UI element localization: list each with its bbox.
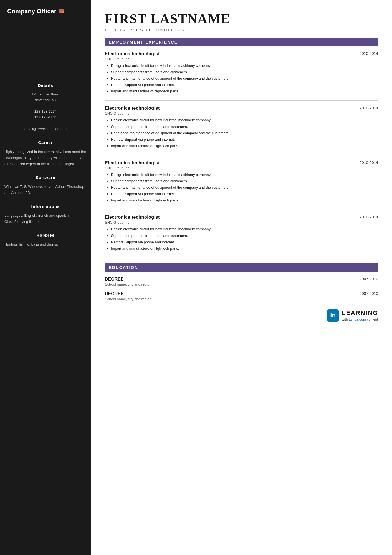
job-bullet: Design electronic circuit for new indust… [111, 226, 378, 232]
resume-name: First Lastname [105, 11, 378, 26]
job-title: Electronics technologist [105, 106, 160, 111]
job-block: Electronics technologist 2010-2014 SNC G… [105, 160, 378, 203]
job-bullet: Remote Support via phone and internet. [111, 137, 378, 143]
job-bullet: Remote Support via phone and internet. [111, 239, 378, 245]
employment-section-header: Employment Experience [105, 38, 378, 46]
job-block: Electronics technologist 2010-2014 SNC G… [105, 215, 378, 251]
job-block: Electronics technologist 2010-2014 SNC G… [105, 51, 378, 94]
page-wrapper: Company Officer Details 123 on the Stree… [0, 0, 392, 555]
job-years: 2010-2014 [360, 51, 378, 56]
software-text: Windows 7, 8, Windows server, Adobe Phot… [4, 184, 87, 196]
sidebar-top: Company Officer [0, 0, 91, 78]
job-bullet: Design electronic circuit for new indust… [111, 63, 378, 69]
job-bullets: Design electronic circuit for new indust… [105, 226, 378, 251]
job-company: SNC Group Inc. [105, 166, 378, 170]
sidebar-informations-section: Informations Languages: English, french … [0, 199, 91, 228]
job-divider [105, 100, 378, 101]
job-bullet: Import and manufacture of high-tech part… [111, 246, 378, 252]
job-bullet: Repair and maintenance of equipment of t… [111, 130, 378, 136]
resume-job-title: Electronics Technologist [105, 27, 378, 32]
job-company: SNC Group Inc. [105, 57, 378, 61]
degree-header: DEGREE 2007-2010 [105, 291, 378, 296]
job-header: Electronics technologist 2010-2014 [105, 215, 378, 220]
degree-school: School name, city and region. [105, 297, 378, 301]
main-content: First Lastname Electronics Technologist … [91, 0, 392, 555]
degree-years: 2007-2010 [360, 291, 378, 296]
job-bullets: Design electronic circuit for new indust… [105, 172, 378, 203]
job-company: SNC Group Inc. [105, 111, 378, 115]
job-bullet: Design electronic circuit for new indust… [111, 117, 378, 123]
degree-title: DEGREE [105, 277, 124, 282]
job-title: Electronics technologist [105, 51, 160, 56]
degrees-container: DEGREE 2007-2010 School name, city and r… [105, 277, 378, 301]
job-title: Electronics technologist [105, 160, 160, 165]
job-bullet: Remote Support via phone and internet. [111, 82, 378, 88]
linkedin-icon: in [327, 309, 339, 322]
job-header: Electronics technologist 2010-2014 [105, 160, 378, 165]
degree-header: DEGREE 2007-2010 [105, 277, 378, 282]
section-divider [105, 258, 378, 258]
details-address: 123 on the Street New York, NY 123-123-1… [4, 92, 87, 132]
job-bullet: Import and manufacture of high-tech part… [111, 197, 378, 203]
job-bullet: Design electronic circuit for new indust… [111, 172, 378, 178]
job-bullet: Support components from users and custom… [111, 124, 378, 130]
company-officer-label: Company Officer [4, 6, 87, 16]
job-years: 2010-2014 [360, 106, 378, 110]
linkedin-text: Learning with Lynda.com content [342, 309, 378, 322]
job-bullet: Support components from users and custom… [111, 178, 378, 184]
company-officer-icon [59, 9, 64, 13]
job-bullets: Design electronic circuit for new indust… [105, 117, 378, 149]
job-bullet: Import and manufacture of high-tech part… [111, 88, 378, 94]
informations-title: Informations [4, 202, 87, 210]
sidebar-hobbies-section: Hobbies Hunting, fishing, bass and drums… [0, 228, 91, 250]
job-bullet: Import and manufacture of high-tech part… [111, 143, 378, 149]
details-title: Details [4, 81, 87, 89]
degree-title: DEGREE [105, 291, 124, 296]
job-header: Electronics technologist 2010-2014 [105, 106, 378, 111]
job-divider [105, 210, 378, 210]
informations-text: Languages: English, french and spanish.C… [4, 213, 87, 225]
job-bullet: Repair and maintenance of equipment of t… [111, 185, 378, 191]
jobs-container: Electronics technologist 2010-2014 SNC G… [105, 51, 378, 252]
job-years: 2010-2014 [360, 160, 378, 165]
job-title: Electronics technologist [105, 215, 160, 220]
sidebar-career-section: Career Highly recognized in the communit… [0, 135, 91, 170]
linkedin-badge: in Learning with Lynda.com content [105, 309, 378, 322]
job-header: Electronics technologist 2010-2014 [105, 51, 378, 56]
job-company: SNC Group Inc. [105, 220, 378, 224]
job-block: Electronics technologist 2010-2014 SNC G… [105, 106, 378, 149]
job-bullet: Repair and maintenance of equipment of t… [111, 75, 378, 82]
job-bullets: Design electronic circuit for new indust… [105, 63, 378, 94]
degree-block: DEGREE 2007-2010 School name, city and r… [105, 277, 378, 286]
sidebar: Company Officer Details 123 on the Stree… [0, 0, 91, 555]
sidebar-details-section: Details 123 on the Street New York, NY 1… [0, 78, 91, 135]
degree-years: 2007-2010 [360, 277, 378, 281]
degree-school: School name, city and region. [105, 282, 378, 286]
job-years: 2010-2014 [360, 215, 378, 219]
sidebar-software-section: Software Windows 7, 8, Windows server, A… [0, 170, 91, 199]
job-bullet: Support components from users and custom… [111, 233, 378, 239]
hobbies-text: Hunting, fishing, bass and drums. [4, 241, 87, 248]
job-bullet: Remote Support via phone and internet. [111, 191, 378, 197]
job-bullet: Support components from users and custom… [111, 69, 378, 75]
job-divider [105, 155, 378, 155]
software-title: Software [4, 173, 87, 181]
education-section-header: Education [105, 263, 378, 272]
hobbies-title: Hobbies [4, 231, 87, 239]
degree-block: DEGREE 2007-2010 School name, city and r… [105, 291, 378, 301]
career-title: Career [4, 138, 87, 146]
career-text: Highly recognized in the community, I ca… [4, 149, 87, 167]
